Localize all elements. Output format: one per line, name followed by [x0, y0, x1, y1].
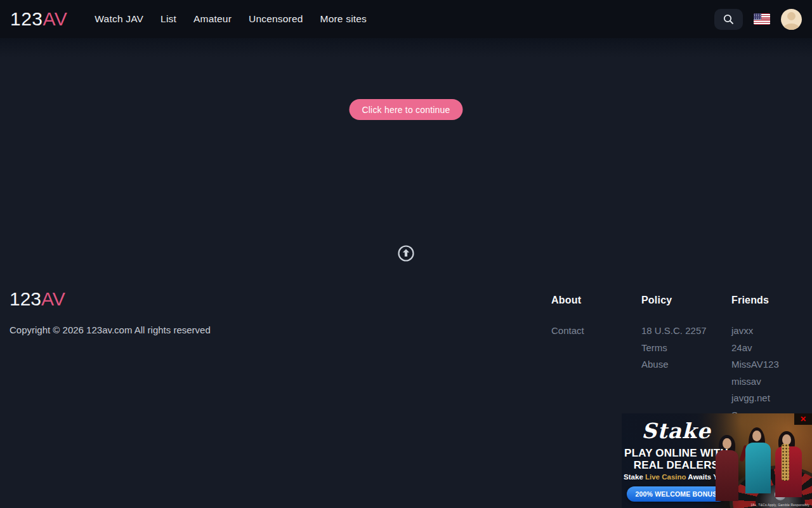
nav-amateur[interactable]: Amateur	[193, 13, 232, 25]
copyright-text: Copyright © 2026 123av.com All rights re…	[10, 324, 211, 335]
flag-canton	[754, 13, 761, 20]
logo-suffix: AV	[43, 8, 68, 29]
nav-uncensored[interactable]: Uncensored	[249, 13, 303, 25]
site-logo[interactable]: 123AV	[10, 10, 67, 29]
footer-link-javgg[interactable]: javgg.net	[731, 392, 770, 403]
footer-link-javxx[interactable]: javxx	[731, 325, 753, 336]
footer-heading-policy: Policy	[641, 295, 707, 306]
footer-link-2257[interactable]: 18 U.S.C. 2257	[641, 325, 707, 336]
navbar-right	[714, 9, 802, 30]
top-navbar: 123AV Watch JAV List Amateur Uncensored …	[0, 0, 812, 38]
user-avatar[interactable]	[781, 9, 802, 30]
nav-list[interactable]: List	[160, 13, 176, 25]
nav-more-sites[interactable]: More sites	[320, 13, 367, 25]
search-button[interactable]	[714, 9, 743, 30]
footer-column-friends: Friends javxx 24av MissAV123 missav javg…	[731, 295, 779, 427]
continue-button[interactable]: Click here to continue	[349, 99, 462, 120]
us-flag-icon[interactable]	[754, 13, 770, 25]
close-icon: ✕	[800, 415, 806, 424]
scroll-top-button[interactable]	[397, 244, 415, 262]
ad-cta-button[interactable]: 200% WELCOME BONUS	[627, 486, 725, 502]
footer-link-terms[interactable]: Terms	[641, 342, 667, 353]
footer-column-about: About Contact	[551, 295, 584, 343]
footer-logo[interactable]: 123AV	[10, 290, 65, 309]
footer-link-contact[interactable]: Contact	[551, 325, 584, 336]
ad-text-block: Stake PLAY ONLINE WITH REAL DEALERS Stak…	[622, 413, 731, 502]
footer-heading-friends: Friends	[731, 295, 779, 306]
search-icon	[723, 13, 735, 25]
ad-subline: Stake Live Casino Awaits You!	[622, 473, 731, 481]
footer-heading-about: About	[551, 295, 584, 306]
nav-watch-jav[interactable]: Watch JAV	[95, 13, 143, 25]
footer-column-policy: Policy 18 U.S.C. 2257 Terms Abuse	[641, 295, 707, 377]
stake-logo: Stake	[622, 418, 731, 444]
main-nav: Watch JAV List Amateur Uncensored More s…	[95, 13, 367, 25]
ad-subline-highlight: Live Casino	[645, 473, 686, 481]
ad-headline-line1: PLAY ONLINE WITH	[622, 448, 731, 460]
ad-disclaimer: 18+, T&Cs Apply, Gamble Responsibly	[750, 503, 809, 507]
footer-link-24av[interactable]: 24av	[731, 342, 752, 353]
footer-logo-prefix: 123	[10, 288, 41, 309]
logo-prefix: 123	[10, 8, 43, 29]
ad-banner[interactable]: Stake PLAY ONLINE WITH REAL DEALERS Stak…	[622, 413, 812, 508]
footer-link-missav[interactable]: missav	[731, 376, 761, 387]
page: 123AV Watch JAV List Amateur Uncensored …	[0, 0, 812, 508]
footer-link-missav123[interactable]: MissAV123	[731, 359, 779, 370]
ad-close-button[interactable]: ✕	[794, 413, 812, 425]
footer-link-abuse[interactable]: Abuse	[641, 359, 669, 370]
footer-logo-suffix: AV	[41, 288, 65, 309]
arrow-up-circle-icon	[397, 244, 415, 262]
ad-headline-line2: REAL DEALERS	[622, 460, 731, 472]
